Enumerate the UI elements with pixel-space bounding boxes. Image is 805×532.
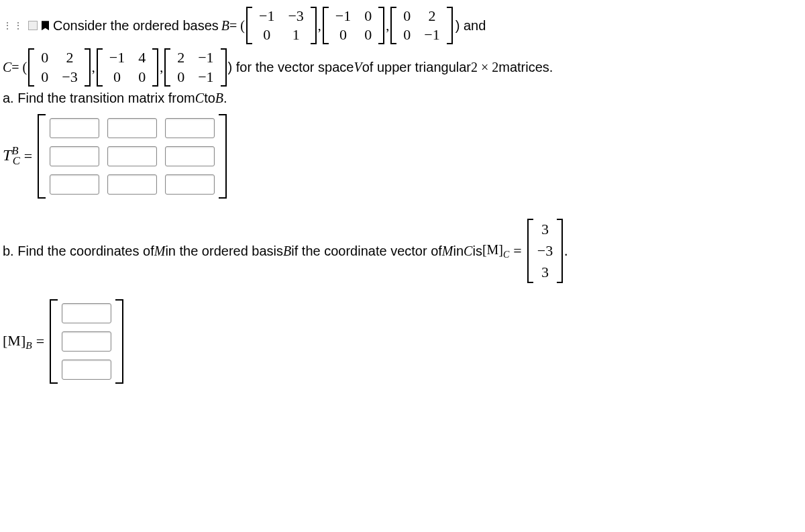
drag-dots-icon: ⋮⋮ — [3, 20, 24, 31]
basis-C-line: C = ( 02 0−3 , −14 00 , 2−1 0−1 ) for th… — [3, 48, 802, 86]
tbc-input-1-2[interactable] — [165, 146, 215, 166]
MB-row: [M]B = — [3, 299, 802, 384]
tbc-input-0-1[interactable] — [107, 118, 157, 138]
tbc-input-2-2[interactable] — [165, 174, 215, 195]
tbc-input-2-1[interactable] — [107, 174, 157, 195]
MC-label: [M]C — [482, 242, 509, 260]
mb-input-0[interactable] — [62, 303, 111, 323]
mb-input-2[interactable] — [62, 360, 111, 380]
matrix-C2: −14 00 — [97, 48, 158, 86]
matrix-B1: −1−3 01 — [246, 7, 317, 44]
basis-C-symbol: C — [3, 60, 11, 75]
tbc-input-1-1[interactable] — [107, 146, 157, 166]
tbc-input-2-0[interactable] — [50, 174, 99, 195]
part-b-prompt: b. Find the coordinates of M in the orde… — [3, 219, 802, 284]
basis-B-symbol: B — [221, 18, 229, 34]
MB-vector-input — [50, 299, 123, 384]
matrix-B3: 02 0−1 — [390, 7, 452, 44]
MC-vector: 3 −3 3 — [527, 219, 563, 284]
intro-and: ) and — [455, 18, 486, 34]
matrix-B2: −10 00 — [323, 7, 384, 44]
part-a-prompt: a. Find the transition matrix from C to … — [3, 91, 802, 106]
transition-matrix-input — [38, 114, 227, 199]
tbc-input-0-2[interactable] — [165, 118, 215, 138]
tbc-input-0-0[interactable] — [50, 118, 99, 138]
tbc-input-1-0[interactable] — [50, 146, 99, 166]
bookmark-icon — [42, 21, 49, 30]
checkbox-placeholder-icon — [28, 21, 38, 30]
transition-matrix-row: TBC = — [3, 114, 802, 199]
T-symbol: TBC — [3, 144, 20, 168]
intro-text: Consider the ordered bases — [53, 18, 219, 34]
matrix-C3: 2−1 0−1 — [164, 48, 226, 86]
problem-intro-line: ⋮⋮ Consider the ordered bases B = ( −1−3… — [3, 7, 802, 44]
mb-input-1[interactable] — [62, 331, 111, 352]
MB-label: [M]B — [3, 332, 32, 352]
matrix-C1: 02 0−3 — [28, 48, 90, 86]
equals-open: = ( — [229, 18, 245, 34]
